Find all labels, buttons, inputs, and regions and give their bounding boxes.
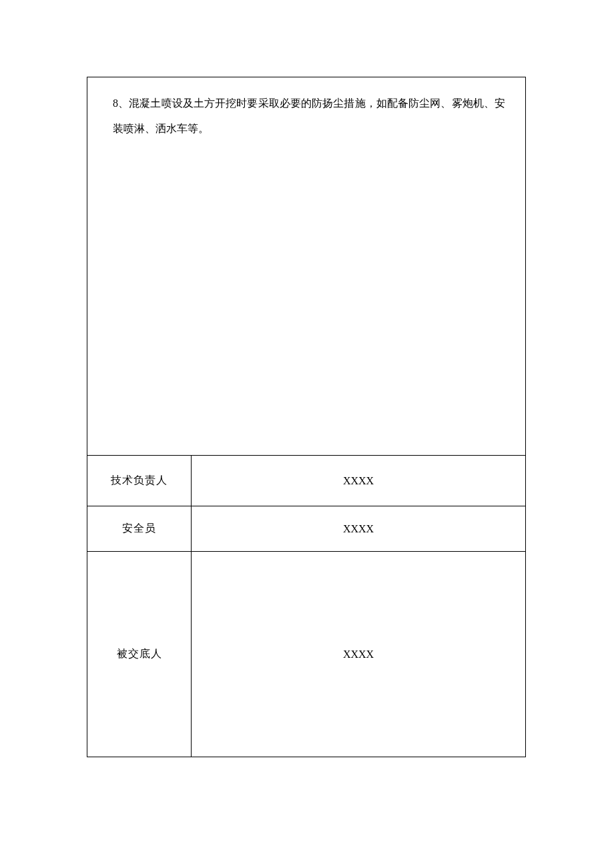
tech-responsible-value: XXXX [192,456,526,506]
recipient-label: 被交底人 [87,552,192,757]
form-table: 8、混凝土喷设及土方开挖时要采取必要的防扬尘措施，如配备防尘网、雾炮机、安装喷淋… [87,77,526,757]
recipient-value: XXXX [192,552,526,757]
content-paragraph: 8、混凝土喷设及土方开挖时要采取必要的防扬尘措施，如配备防尘网、雾炮机、安装喷淋… [113,97,505,134]
tech-responsible-row: 技术负责人 XXXX [87,456,526,506]
recipient-row: 被交底人 XXXX [87,552,526,757]
safety-officer-row: 安全员 XXXX [87,506,526,552]
safety-officer-label: 安全员 [87,506,192,552]
safety-officer-value: XXXX [192,506,526,552]
content-row: 8、混凝土喷设及土方开挖时要采取必要的防扬尘措施，如配备防尘网、雾炮机、安装喷淋… [87,77,526,456]
tech-responsible-label: 技术负责人 [87,456,192,506]
content-cell: 8、混凝土喷设及土方开挖时要采取必要的防扬尘措施，如配备防尘网、雾炮机、安装喷淋… [87,77,526,456]
document-page: 8、混凝土喷设及土方开挖时要采取必要的防扬尘措施，如配备防尘网、雾炮机、安装喷淋… [87,77,526,757]
